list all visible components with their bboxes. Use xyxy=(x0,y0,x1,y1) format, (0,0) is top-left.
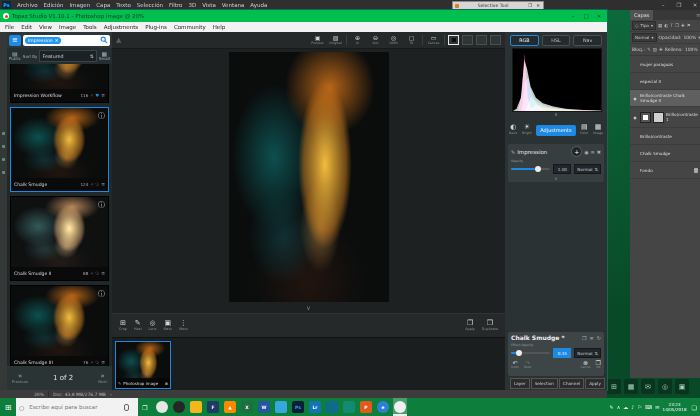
adjustment-menu-icon[interactable]: ≡ xyxy=(591,149,595,155)
edge-icon[interactable]: e xyxy=(377,401,389,413)
taskbar-clock[interactable]: 23:23 14/05/2018 xyxy=(662,402,686,412)
apply-button[interactable]: ❐Apply xyxy=(465,320,475,331)
redo-button[interactable]: ↷Redo xyxy=(524,360,532,369)
menu-image[interactable]: Image xyxy=(59,24,76,30)
selective-tool-close-button[interactable]: ✕ xyxy=(535,3,541,8)
desktop-icon[interactable]: ⊞ xyxy=(607,379,621,394)
preview-button[interactable]: ▣Preview xyxy=(310,35,325,45)
pinned-app-icon[interactable] xyxy=(343,401,355,413)
view-compare-button[interactable] xyxy=(490,35,501,45)
menu-view[interactable]: View xyxy=(39,24,52,30)
menu-capa[interactable]: Capa xyxy=(96,2,110,8)
blend-mode-dropdown[interactable]: Normal ⇅ xyxy=(574,164,601,174)
ps-close-button[interactable]: ✕ xyxy=(690,2,700,8)
thumbs-up-icon[interactable]: ☝ xyxy=(90,93,93,98)
menu-archivo[interactable]: Archivo xyxy=(17,2,38,8)
thumbs-up-icon[interactable]: ☝ xyxy=(90,360,93,365)
layer-filter-dropdown[interactable]: ○ Tipo ▾ xyxy=(632,21,656,30)
effect-opacity-slider[interactable] xyxy=(511,352,550,354)
layer-row[interactable]: mujer paraguas xyxy=(630,56,700,73)
info-icon[interactable]: ⓘ xyxy=(98,111,105,121)
info-icon[interactable]: ⓘ xyxy=(98,289,105,299)
pinned-app-icon[interactable]: F xyxy=(207,401,219,413)
search-tag[interactable]: Impression ✕ xyxy=(25,37,61,44)
lens-button[interactable]: ◎Lens xyxy=(149,320,157,331)
favorite-icon[interactable]: ♡ xyxy=(95,360,99,365)
pinned-app-icon[interactable] xyxy=(326,401,338,413)
desktop-icon[interactable]: ▦ xyxy=(624,379,638,394)
layer-visibility-icon[interactable]: ◉ xyxy=(632,96,638,101)
onedrive-icon[interactable] xyxy=(275,401,287,413)
collapse-filmstrip-icon[interactable]: ∨ xyxy=(306,304,310,311)
topaz-titlebar[interactable]: Topaz Studio V1.10.1 - Photoshop image @… xyxy=(0,10,607,22)
basic-button[interactable]: ◐Basic xyxy=(509,124,517,135)
undo-button[interactable]: ↶Undo xyxy=(511,360,519,369)
keyboard-icon[interactable]: ⌨ xyxy=(645,404,652,410)
topaz-close-button[interactable]: ✕ xyxy=(594,13,604,19)
layer-row[interactable]: Chalk Smudge xyxy=(630,145,700,162)
hidden-icons-chevron[interactable]: ∧ xyxy=(617,404,621,410)
zoom-level[interactable]: 20% xyxy=(34,392,44,397)
effect-blend-dropdown[interactable]: Normal ⇅ xyxy=(574,348,601,358)
filter-type-icon[interactable]: T xyxy=(670,23,673,28)
pinned-app-icon[interactable] xyxy=(173,401,185,413)
heal-button[interactable]: ✎Heal xyxy=(134,320,142,331)
canvas-button[interactable]: ▭Canvas xyxy=(426,35,441,45)
next-page-button[interactable]: » Next xyxy=(98,373,107,384)
lock-move-icon[interactable]: ✚ xyxy=(659,47,663,52)
filter-smart-icon[interactable]: ✚ xyxy=(681,23,685,28)
previous-page-button[interactable]: « Previous xyxy=(12,373,28,384)
lightroom-icon[interactable]: Lr xyxy=(309,401,321,413)
menu-vista[interactable]: Vista xyxy=(202,2,216,8)
opacity-value[interactable]: 1.00 xyxy=(553,164,571,174)
ps-restore-button[interactable]: ❐ xyxy=(674,2,684,8)
collapse-histogram-icon[interactable]: ∧ xyxy=(554,111,558,117)
menu-tools[interactable]: Tools xyxy=(83,24,97,30)
thumbs-up-icon[interactable]: ☝ xyxy=(90,182,93,187)
card-menu-icon[interactable]: ≡ xyxy=(101,182,105,187)
word-icon[interactable]: W xyxy=(258,401,270,413)
selective-tool-restore-button[interactable]: ❐ xyxy=(527,3,533,8)
desktop-icon[interactable]: ▣ xyxy=(675,379,689,394)
layer-row-selected[interactable]: ◉ Brillo/contraste Chalk Smudge II xyxy=(630,90,700,107)
preset-card[interactable]: ⓘ Chalk Smudge III 76 ☝ ♡ ≡ xyxy=(10,285,109,366)
more-button[interactable]: ⋮More xyxy=(179,320,187,331)
flag-icon[interactable]: ⚐ xyxy=(638,404,642,410)
bright-button[interactable]: ☀Bright xyxy=(522,124,532,135)
preset-card[interactable]: Impression Workflow 116 ☝ ♥ ≡ xyxy=(10,64,109,103)
preset-search-input[interactable]: Impression ✕ xyxy=(23,35,110,46)
view-side-button[interactable] xyxy=(476,35,487,45)
mail-icon[interactable]: ✉ xyxy=(655,404,659,410)
card-menu-icon[interactable]: ≡ xyxy=(101,271,105,276)
menu-community[interactable]: Community xyxy=(174,24,206,30)
file-explorer-icon[interactable] xyxy=(190,401,202,413)
thumbs-up-icon[interactable]: ☝ xyxy=(90,271,93,276)
tab-layer[interactable]: Layer xyxy=(510,378,530,389)
image-button[interactable]: ▦Image xyxy=(593,124,603,135)
powerpoint-icon[interactable]: P xyxy=(360,401,372,413)
photoshop-icon[interactable]: Ps xyxy=(292,401,304,413)
microphone-icon[interactable] xyxy=(124,404,129,411)
add-adjustment-button[interactable]: + xyxy=(571,146,582,157)
taskbar-search[interactable]: ○ xyxy=(16,398,138,416)
menu-edit[interactable]: Edit xyxy=(21,24,32,30)
visibility-icon[interactable]: ◉ xyxy=(584,149,588,155)
lock-brush-icon[interactable]: ✎ xyxy=(647,47,651,52)
filter-pin-icon[interactable]: ⚑ xyxy=(687,23,691,28)
vlc-icon[interactable]: ▲ xyxy=(224,401,236,413)
layer-row[interactable]: Fondo xyxy=(630,162,700,179)
menu-imagen[interactable]: Imagen xyxy=(69,2,90,8)
ps-minimize-button[interactable]: – xyxy=(658,2,668,8)
search-input[interactable] xyxy=(27,403,121,411)
filter-shape-icon[interactable]: ❒ xyxy=(675,23,679,28)
lock-checker-icon[interactable]: ▨ xyxy=(653,47,657,52)
cancel-button[interactable]: ⊗Cancel xyxy=(580,360,590,369)
menu-edicion[interactable]: Edición xyxy=(44,2,64,8)
preset-card-selected[interactable]: ⓘ Chalk Smudge 124 ☝ ♡ ≡ xyxy=(10,107,109,192)
filter-adjustment-icon[interactable]: ◐ xyxy=(664,23,668,28)
card-menu-icon[interactable]: ≡ xyxy=(101,93,105,98)
selective-tool-window[interactable]: Selective Tool ❐ ✕ xyxy=(452,1,544,10)
menu-ventana[interactable]: Ventana xyxy=(222,2,245,8)
onedrive-tray-icon[interactable]: ☁ xyxy=(623,404,628,410)
layer-visibility-icon[interactable]: ◉ xyxy=(632,115,638,120)
